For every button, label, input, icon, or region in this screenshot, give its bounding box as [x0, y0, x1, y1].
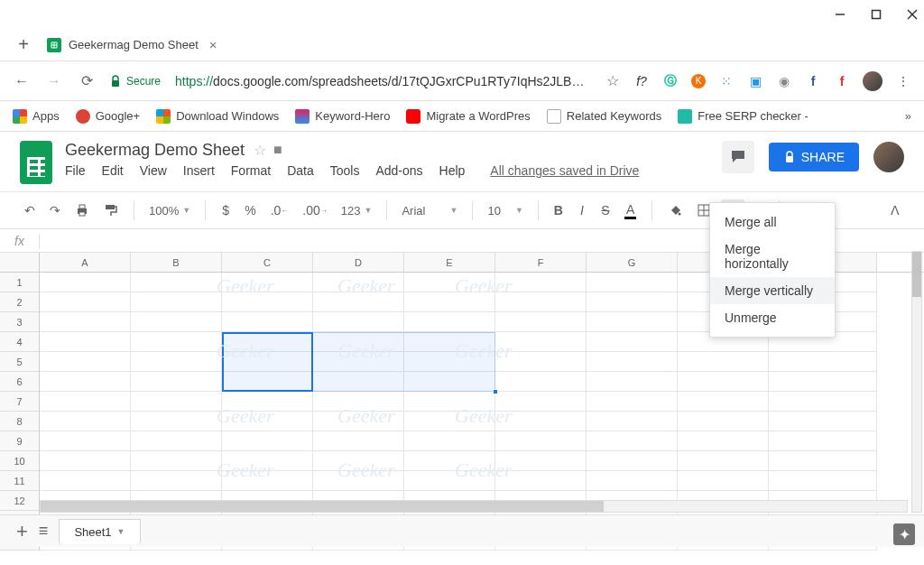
bm-serp[interactable]: Free SERP checker -: [678, 109, 808, 124]
cell[interactable]: [222, 392, 313, 412]
share-button[interactable]: SHARE: [769, 143, 859, 171]
cell[interactable]: [222, 471, 313, 491]
ext-facebook-icon[interactable]: f: [805, 74, 821, 88]
new-tab-button[interactable]: +: [11, 34, 36, 55]
merge-all-item[interactable]: Merge all: [710, 208, 835, 236]
cell[interactable]: [313, 431, 404, 451]
cell[interactable]: [587, 372, 678, 392]
ext-f-red-icon[interactable]: f: [834, 74, 850, 88]
cell[interactable]: [769, 451, 877, 471]
cell[interactable]: [131, 451, 222, 471]
explore-button[interactable]: ✦: [893, 523, 915, 545]
ext-grammarly-icon[interactable]: Ⓖ: [662, 73, 679, 89]
cell[interactable]: [495, 451, 587, 471]
select-all-corner[interactable]: [0, 253, 40, 272]
row-header[interactable]: 6: [0, 372, 40, 392]
all-sheets-button[interactable]: ≡: [39, 522, 49, 541]
account-avatar[interactable]: [873, 142, 904, 172]
cell[interactable]: [40, 332, 131, 352]
col-header[interactable]: E: [404, 253, 495, 272]
cell[interactable]: [404, 451, 495, 471]
cell[interactable]: [678, 431, 769, 451]
col-header[interactable]: G: [587, 253, 678, 272]
cell[interactable]: [313, 273, 404, 292]
menu-file[interactable]: File: [65, 163, 86, 178]
cell[interactable]: [404, 471, 495, 491]
cell[interactable]: [131, 431, 222, 451]
undo-button[interactable]: ↶: [20, 199, 40, 221]
zoom-dropdown[interactable]: 100%▼: [145, 204, 194, 218]
cell[interactable]: [678, 471, 769, 491]
cell[interactable]: [222, 451, 313, 471]
cell[interactable]: [313, 312, 404, 332]
cell[interactable]: [404, 352, 495, 372]
cell[interactable]: [131, 412, 222, 431]
col-header[interactable]: F: [495, 253, 587, 272]
col-header[interactable]: A: [40, 253, 131, 272]
cell[interactable]: [313, 392, 404, 412]
menu-format[interactable]: Format: [231, 163, 271, 178]
row-header[interactable]: 5: [0, 352, 40, 372]
cell[interactable]: [678, 372, 769, 392]
close-window-button[interactable]: [904, 6, 920, 23]
doc-title-input[interactable]: Geekermag Demo Sheet: [65, 141, 245, 160]
bm-apps[interactable]: Apps: [13, 109, 60, 124]
reload-button[interactable]: ⟳: [78, 72, 96, 89]
cell[interactable]: [313, 451, 404, 471]
cell[interactable]: [313, 352, 404, 372]
sheets-logo-icon[interactable]: [20, 141, 52, 184]
number-format-dropdown[interactable]: 123▼: [337, 204, 376, 218]
cell[interactable]: [131, 352, 222, 372]
cell[interactable]: [587, 451, 678, 471]
cell[interactable]: [40, 392, 131, 412]
row-header[interactable]: 11: [0, 471, 40, 491]
cell[interactable]: [769, 412, 877, 431]
cell[interactable]: [495, 292, 587, 312]
cell[interactable]: [495, 431, 587, 451]
cell[interactable]: [678, 352, 769, 372]
browser-menu-icon[interactable]: ⋮: [895, 74, 911, 88]
row-header[interactable]: 8: [0, 412, 40, 431]
cell[interactable]: [404, 273, 495, 292]
cell[interactable]: [587, 352, 678, 372]
cell[interactable]: [495, 273, 587, 292]
cell[interactable]: [404, 372, 495, 392]
vscroll-thumb[interactable]: [912, 252, 921, 297]
paint-format-button[interactable]: [99, 199, 123, 221]
cell[interactable]: [495, 352, 587, 372]
cell[interactable]: [313, 372, 404, 392]
cell[interactable]: [678, 392, 769, 412]
cell[interactable]: [222, 292, 313, 312]
cell[interactable]: [587, 392, 678, 412]
minimize-button[interactable]: [832, 6, 848, 23]
cell[interactable]: [495, 412, 587, 431]
ext-f-icon[interactable]: f?: [633, 74, 650, 88]
collapse-toolbar-icon[interactable]: ᐱ: [886, 199, 904, 221]
url-input[interactable]: https://docs.google.com/spreadsheets/d/1…: [175, 74, 592, 88]
cell[interactable]: [587, 292, 678, 312]
bm-gplus[interactable]: Google+: [76, 109, 141, 124]
row-header[interactable]: 12: [0, 491, 40, 511]
menu-tools[interactable]: Tools: [330, 163, 360, 178]
sheet-tab[interactable]: Sheet1▼: [59, 519, 140, 544]
ext-dots-icon[interactable]: ⁙: [718, 74, 735, 88]
star-icon[interactable]: ☆: [606, 72, 619, 89]
row-header[interactable]: 9: [0, 431, 40, 451]
row-header[interactable]: 1: [0, 273, 40, 292]
cell[interactable]: [769, 392, 877, 412]
cell[interactable]: [495, 332, 587, 352]
vertical-scrollbar[interactable]: [911, 251, 922, 513]
cell[interactable]: [222, 372, 313, 392]
merge-vertical-item[interactable]: Merge vertically: [710, 277, 835, 304]
cell[interactable]: [131, 312, 222, 332]
cell[interactable]: [769, 372, 877, 392]
forward-button[interactable]: →: [45, 73, 63, 89]
star-doc-icon[interactable]: ☆: [254, 142, 266, 159]
bm-migrate[interactable]: Migrate a WordPres: [406, 109, 530, 124]
hscroll-thumb[interactable]: [41, 501, 604, 512]
col-header[interactable]: B: [131, 253, 222, 272]
cell[interactable]: [769, 431, 877, 451]
cell[interactable]: [40, 273, 131, 292]
menu-view[interactable]: View: [140, 163, 167, 178]
font-dropdown[interactable]: Arial▼: [398, 204, 461, 218]
